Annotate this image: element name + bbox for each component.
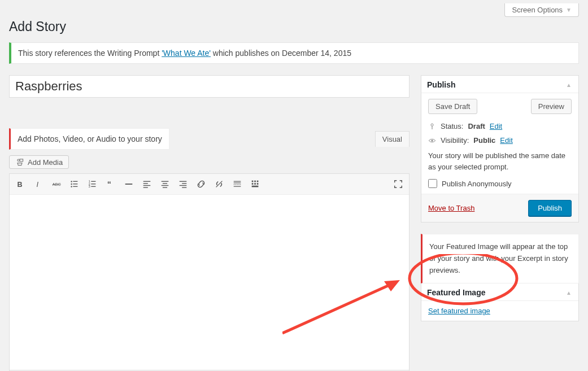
featured-image-notice: Your Featured Image will appear at the t… <box>421 234 579 283</box>
svg-text:3: 3 <box>89 185 90 188</box>
hr-button[interactable] <box>120 176 137 192</box>
svg-point-9 <box>71 186 72 187</box>
anon-label: Publish Anonymously <box>442 180 512 188</box>
svg-rect-37 <box>254 181 256 182</box>
content-editor[interactable] <box>10 195 409 370</box>
svg-rect-23 <box>162 181 169 182</box>
align-right-button[interactable] <box>175 176 191 192</box>
story-title-input[interactable] <box>9 75 410 98</box>
svg-point-7 <box>71 184 72 185</box>
svg-rect-24 <box>163 183 167 184</box>
toolbar-toggle-button[interactable] <box>247 176 264 192</box>
numbered-list-button[interactable]: 123 <box>84 176 101 192</box>
notice-prefix: This story references the Writing Prompt <box>18 49 162 58</box>
more-tag-button[interactable] <box>229 176 246 192</box>
svg-rect-10 <box>73 186 77 187</box>
svg-point-45 <box>431 139 433 141</box>
bold-button[interactable]: B <box>12 176 29 192</box>
status-value: Draft <box>468 122 485 130</box>
publish-button[interactable]: Publish <box>528 200 572 216</box>
svg-rect-22 <box>143 187 148 187</box>
prompt-notice: This story references the Writing Prompt… <box>9 42 579 64</box>
set-featured-image-link[interactable]: Set featured image <box>428 307 490 315</box>
blockquote-button[interactable]: “ <box>102 176 119 192</box>
move-to-trash-link[interactable]: Move to Trash <box>428 204 474 212</box>
italic-button[interactable]: I <box>30 176 47 192</box>
save-draft-button[interactable]: Save Draft <box>428 99 477 114</box>
svg-text:“: “ <box>107 180 111 189</box>
publish-box: Publish ▲ Save Draft Preview Status: Dra… <box>421 75 579 222</box>
strikethrough-button[interactable]: ABC <box>48 176 65 192</box>
collapse-icon[interactable]: ▲ <box>566 82 572 88</box>
svg-rect-42 <box>252 186 259 187</box>
collapse-icon[interactable]: ▲ <box>566 290 572 296</box>
svg-rect-12 <box>91 181 95 182</box>
svg-rect-21 <box>143 185 151 186</box>
media-icon <box>15 158 24 167</box>
align-center-button[interactable] <box>156 176 173 192</box>
eye-icon <box>428 137 436 145</box>
prompt-link[interactable]: 'What We Ate' <box>162 49 211 58</box>
svg-rect-25 <box>162 185 169 186</box>
status-label: Status: <box>441 122 463 130</box>
svg-rect-30 <box>182 187 186 187</box>
svg-text:B: B <box>18 181 23 189</box>
unlink-button[interactable] <box>211 176 228 192</box>
fullscreen-button[interactable] <box>390 176 407 192</box>
page-title: Add Story <box>9 19 579 34</box>
svg-rect-14 <box>91 184 95 184</box>
edit-visibility-link[interactable]: Edit <box>500 136 512 145</box>
edit-status-link[interactable]: Edit <box>490 122 502 130</box>
svg-rect-35 <box>234 186 241 187</box>
svg-rect-28 <box>182 183 186 184</box>
svg-rect-39 <box>252 183 254 185</box>
visibility-value: Public <box>473 136 495 145</box>
svg-rect-26 <box>163 187 167 187</box>
svg-rect-19 <box>143 181 151 182</box>
svg-rect-18 <box>125 184 133 185</box>
bullet-list-button[interactable] <box>66 176 83 192</box>
anon-checkbox-input[interactable] <box>428 179 437 188</box>
editor: B I ABC 123 “ <box>9 173 410 370</box>
screen-options-button[interactable]: Screen Options ▼ <box>504 3 579 17</box>
svg-rect-32 <box>234 181 241 182</box>
featured-image-heading: Featured Image <box>427 288 485 297</box>
svg-rect-33 <box>234 182 241 183</box>
svg-rect-1 <box>20 159 23 162</box>
add-media-label: Add Media <box>28 158 63 167</box>
visibility-label: Visibility: <box>441 136 469 145</box>
svg-point-43 <box>431 124 433 126</box>
align-left-button[interactable] <box>138 176 155 192</box>
notice-suffix: which publishes on December 14, 2015 <box>211 49 351 58</box>
svg-text:I: I <box>36 181 38 189</box>
featured-image-box: Featured Image ▲ Set featured image <box>421 283 579 321</box>
publish-heading: Publish <box>427 80 456 89</box>
svg-point-0 <box>18 159 20 162</box>
svg-rect-41 <box>257 183 259 185</box>
svg-rect-16 <box>91 186 95 187</box>
pin-icon <box>428 123 436 130</box>
editor-toolbar: B I ABC 123 “ <box>10 174 409 195</box>
add-media-button[interactable]: Add Media <box>9 155 69 169</box>
tab-visual[interactable]: Visual <box>375 131 410 147</box>
svg-rect-29 <box>180 185 187 186</box>
svg-rect-36 <box>252 181 254 182</box>
publish-anonymously-checkbox[interactable]: Publish Anonymously <box>428 179 572 188</box>
screen-options-label: Screen Options <box>512 6 563 14</box>
media-hint: Add Photos, Video, or Audio to your stor… <box>9 128 169 150</box>
svg-rect-40 <box>254 183 256 185</box>
publish-note: Your story will be published the same da… <box>428 150 572 172</box>
svg-point-5 <box>71 181 72 182</box>
svg-rect-20 <box>143 183 148 184</box>
svg-rect-8 <box>73 184 77 184</box>
chevron-down-icon: ▼ <box>566 7 572 13</box>
svg-rect-27 <box>180 181 187 182</box>
svg-text:ABC: ABC <box>53 182 61 187</box>
svg-rect-6 <box>73 181 77 182</box>
svg-rect-38 <box>257 181 259 182</box>
preview-button[interactable]: Preview <box>531 99 572 114</box>
link-button[interactable] <box>193 176 210 192</box>
